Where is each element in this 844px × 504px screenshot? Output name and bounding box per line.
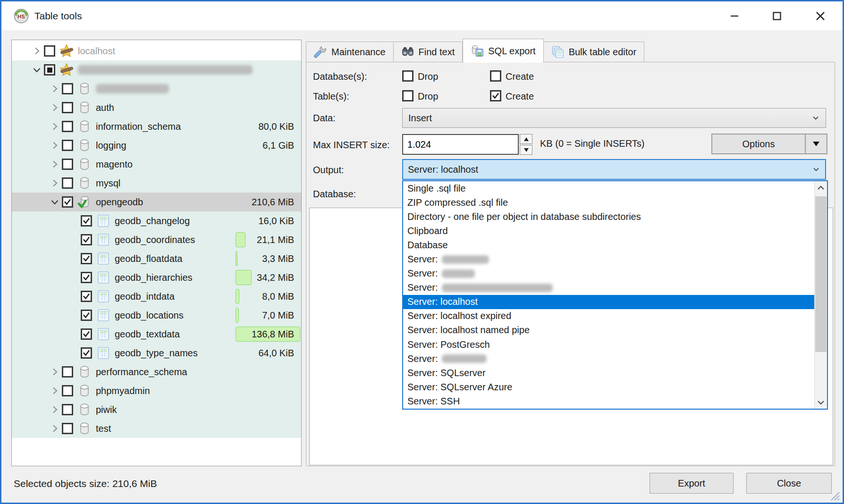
data-select[interactable]: Insert (402, 108, 826, 128)
dropdown-item-server-ssh[interactable]: Server: SSH (403, 394, 814, 408)
tables-create-checkbox[interactable] (490, 90, 501, 101)
tree-checkbox-unchecked[interactable] (44, 45, 55, 57)
tree-row-redacted[interactable] (12, 60, 301, 79)
tree-checkbox-checked[interactable] (62, 196, 73, 208)
tree-row-geodb_locations[interactable]: geodb_locations7,0 MiB (12, 306, 301, 325)
dropdown-item-server-[interactable]: Server: (403, 267, 814, 281)
tree-checkbox-unchecked[interactable] (62, 121, 73, 132)
tree-checkbox-checked[interactable] (81, 253, 92, 264)
databases-drop-checkbox[interactable] (402, 70, 414, 82)
tree-row-localhost[interactable]: localhost (12, 42, 301, 60)
tree-checkbox-unchecked[interactable] (62, 159, 73, 170)
tree-row-redacted[interactable] (12, 79, 301, 98)
dropdown-item-server-[interactable]: Server: (403, 352, 814, 366)
chevron-down-icon[interactable] (48, 195, 62, 209)
dropdown-item-single-sql-file[interactable]: Single .sql file (403, 181, 814, 195)
tab-find-text[interactable]: Find text (394, 42, 463, 62)
tree-checkbox-unchecked[interactable] (62, 177, 73, 189)
tree-row-logging[interactable]: logging6,1 GiB (12, 136, 301, 155)
dropdown-item-server-[interactable]: Server: (403, 281, 814, 295)
chevron-right-icon[interactable] (48, 139, 62, 152)
chevron-right-icon[interactable] (48, 422, 62, 435)
chevron-right-icon[interactable] (30, 44, 44, 58)
options-button[interactable]: Options (711, 134, 827, 154)
dropdown-item-server-localhost-expired[interactable]: Server: localhost expired (403, 309, 814, 323)
dropdown-item-server-postgresch[interactable]: Server: PostGresch (403, 337, 814, 352)
tree-checkbox-checked[interactable] (81, 347, 92, 359)
size-bar (236, 289, 239, 304)
dropdown-item-database[interactable]: Database (403, 238, 814, 252)
tree-checkbox-unchecked[interactable] (62, 385, 73, 396)
scroll-up-icon[interactable] (815, 181, 827, 194)
tree-row-geodb_textdata[interactable]: geodb_textdata136,8 MiB (12, 325, 301, 344)
tree-row-geodb_hierarchies[interactable]: geodb_hierarchies34,2 MiB (12, 268, 301, 287)
tree-row-magento[interactable]: magento (12, 155, 301, 174)
tree-checkbox-unchecked[interactable] (62, 83, 73, 94)
dropdown-scrollbar[interactable] (814, 181, 827, 409)
chevron-right-icon[interactable] (48, 384, 62, 397)
tree-row-piwik[interactable]: piwik (12, 400, 301, 419)
export-button[interactable]: Export (650, 473, 734, 494)
tree-row-geodb_intdata[interactable]: geodb_intdata8,0 MiB (12, 287, 301, 306)
chevron-right-icon[interactable] (48, 365, 62, 378)
tree-row-geodb_coordinates[interactable]: geodb_coordinates21,1 MiB (12, 230, 301, 249)
chevron-right-icon[interactable] (48, 101, 62, 114)
tree-row-phpmyadmin[interactable]: phpmyadmin (12, 381, 301, 400)
output-combobox[interactable]: Server: localhost (402, 159, 826, 180)
tree-checkbox-unchecked[interactable] (62, 366, 73, 378)
tree-row-geodb_changelog[interactable]: geodb_changelog16,0 KiB (12, 211, 301, 230)
tables-drop-checkbox[interactable] (402, 90, 414, 101)
tree-row-auth[interactable]: auth (12, 98, 301, 117)
dropdown-item-server-sqlserver[interactable]: Server: SQLserver (403, 366, 814, 380)
tree-row-geodb_type_names[interactable]: geodb_type_names64,0 KiB (12, 344, 301, 362)
tree-checkbox-checked[interactable] (81, 310, 92, 321)
maximize-button[interactable] (763, 5, 791, 27)
spinner-up-button[interactable] (520, 134, 532, 144)
dropdown-item-server-sqlserver-azure[interactable]: Server: SQLserver Azure (403, 380, 814, 394)
tree-checkbox-checked[interactable] (81, 272, 92, 283)
tree-row-performance_schema[interactable]: performance_schema (12, 362, 301, 381)
tree-checkbox-checked[interactable] (81, 328, 92, 340)
close-button[interactable]: Close (746, 473, 832, 494)
chevron-down-icon[interactable] (30, 63, 44, 76)
chevron-right-icon[interactable] (48, 403, 62, 416)
dropdown-item-server-[interactable]: Server: (403, 252, 814, 266)
size-value: 136,8 MiB (252, 325, 294, 344)
tab-sql-export[interactable]: SQL export (463, 39, 543, 63)
close-icon[interactable] (807, 5, 834, 27)
object-tree[interactable]: localhostauthinformation_schema80,0 KiBl… (11, 40, 302, 466)
dropdown-item-directory-one-file-per-object-in-database-subdirectories[interactable]: Directory - one file per object in datab… (403, 210, 814, 224)
spinner-down-button[interactable] (520, 145, 532, 155)
tree-checkbox-unchecked[interactable] (62, 102, 73, 113)
databases-create-checkbox[interactable] (490, 70, 501, 82)
scroll-down-icon[interactable] (815, 396, 827, 409)
tree-checkbox-mixed[interactable] (44, 64, 55, 76)
options-dropdown-arrow[interactable] (805, 134, 827, 153)
dropdown-item-clipboard[interactable]: Clipboard (403, 224, 814, 238)
tree-row-geodb_floatdata[interactable]: geodb_floatdata3,3 MiB (12, 249, 301, 268)
minimize-button[interactable] (721, 5, 748, 27)
tree-row-mysql[interactable]: mysql (12, 174, 301, 193)
tree-checkbox-checked[interactable] (81, 234, 92, 245)
max-insert-size-input[interactable] (402, 134, 519, 155)
tree-row-test[interactable]: test (12, 419, 301, 438)
resize-grip[interactable] (827, 488, 840, 501)
tree-row-opengeodb[interactable]: opengeodb210,6 MiB (12, 193, 301, 211)
tab-maintenance[interactable]: Maintenance (306, 42, 394, 62)
tree-checkbox-unchecked[interactable] (62, 140, 73, 151)
chevron-right-icon[interactable] (48, 176, 62, 190)
tree-row-information_schema[interactable]: information_schema80,0 KiB (12, 117, 301, 136)
scrollbar-thumb[interactable] (815, 196, 827, 352)
tree-checkbox-checked[interactable] (81, 215, 92, 227)
dropdown-item-server-localhost[interactable]: Server: localhost (403, 295, 814, 309)
chevron-right-icon[interactable] (48, 82, 62, 95)
tree-checkbox-unchecked[interactable] (62, 404, 73, 415)
table-icon (96, 308, 110, 322)
tree-checkbox-checked[interactable] (81, 291, 92, 302)
chevron-right-icon[interactable] (48, 158, 62, 171)
dropdown-item-server-localhost-named-pipe[interactable]: Server: localhost named pipe (403, 323, 814, 337)
tree-checkbox-unchecked[interactable] (62, 423, 73, 434)
tab-bulk-table-editor[interactable]: Bulk table editor (544, 42, 644, 62)
dropdown-item-zip-compressed-sql-file[interactable]: ZIP compressed .sql file (403, 195, 814, 210)
chevron-right-icon[interactable] (48, 120, 62, 133)
